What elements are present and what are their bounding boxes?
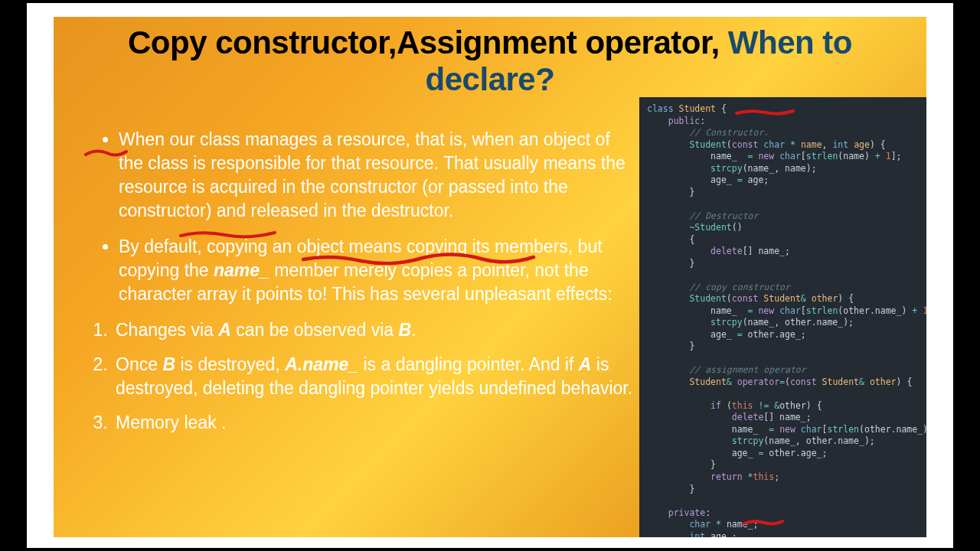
ordered-list: Changes via A can be observed via B. Onc…	[96, 318, 639, 435]
bullet-item: By default, copying an object means copy…	[119, 235, 639, 306]
code-panel: class Student { public: // Constructor. …	[639, 97, 926, 537]
title-part1: Copy constructor,Assignment operator,	[128, 24, 728, 60]
bullet-list: When our class manages a resource, that …	[96, 128, 639, 306]
ordered-item: Changes via A can be observed via B.	[113, 318, 639, 342]
slide-body: When our class manages a resource, that …	[96, 128, 639, 446]
slide: Copy constructor,Assignment operator, Wh…	[54, 17, 926, 537]
ordered-item: Memory leak .	[113, 411, 639, 435]
bullet-item: When our class manages a resource, that …	[119, 128, 639, 223]
stage: Copy constructor,Assignment operator, Wh…	[27, 3, 953, 548]
slide-title: Copy constructor,Assignment operator, Wh…	[69, 24, 911, 99]
ordered-item: Once B is destroyed, A.name_ is a dangli…	[113, 353, 639, 400]
